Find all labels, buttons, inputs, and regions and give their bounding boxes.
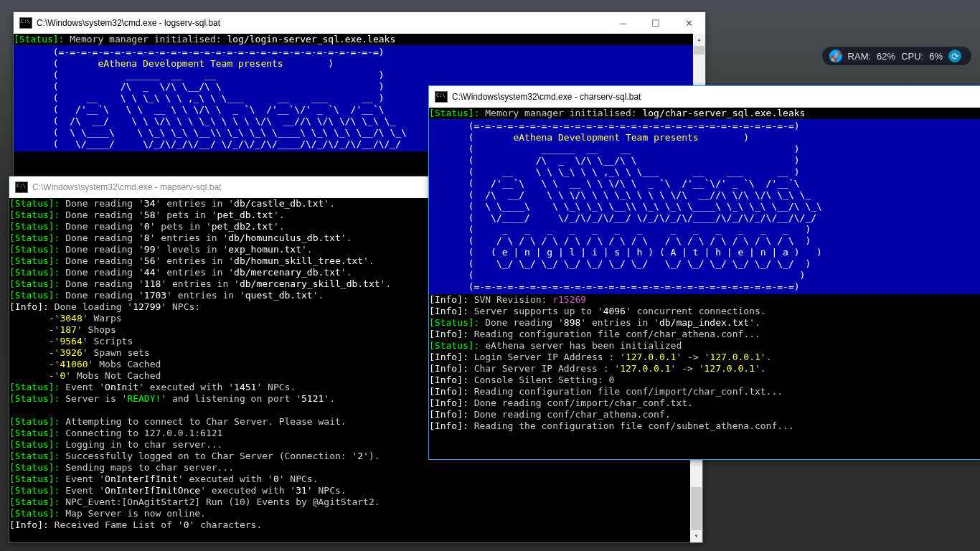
titlebar-logserv[interactable]: C:\Windows\system32\cmd.exe - logserv-sq… xyxy=(14,12,705,34)
title-text: C:\Windows\system32\cmd.exe - logserv-sq… xyxy=(37,18,220,28)
scroll-thumb[interactable] xyxy=(694,46,705,55)
cmd-icon xyxy=(15,182,28,193)
cpu-value: 6% xyxy=(929,51,943,62)
close-button[interactable]: ✕ xyxy=(672,12,705,34)
ram-label: RAM: xyxy=(848,51,872,62)
titlebar-charserv[interactable]: C:\Windows\system32\cmd.exe - charserv-s… xyxy=(429,86,980,108)
scroll-down-icon[interactable]: ▾ xyxy=(690,530,702,542)
scroll-thumb[interactable] xyxy=(691,487,702,530)
minimize-button[interactable]: ─ xyxy=(606,12,639,34)
title-text: C:\Windows\system32\cmd.exe - charserv-s… xyxy=(452,92,641,102)
ram-value: 62% xyxy=(877,51,895,62)
refresh-icon: ⟳ xyxy=(948,50,961,62)
ascii-banner: (=-=-=-=-=-=-=-=-=-=-=-=-=-=-=-=-=-=-=-=… xyxy=(429,119,980,294)
window-charserv[interactable]: C:\Windows\system32\cmd.exe - charserv-s… xyxy=(428,85,980,460)
scroll-up-icon[interactable]: ▴ xyxy=(693,34,705,46)
maximize-button[interactable]: ☐ xyxy=(639,12,672,34)
status-tag: [Status]: xyxy=(429,108,479,118)
status-tag: [Status]: xyxy=(14,34,64,44)
console-charserv[interactable]: [Status]: Memory manager initialised: lo… xyxy=(429,108,980,459)
console-output: [Info]: SVN Revision: r15269 [Info]: Ser… xyxy=(429,294,980,432)
rocket-icon: 🚀 xyxy=(829,50,842,62)
system-hud: 🚀 RAM: 62% CPU: 6% ⟳ xyxy=(822,47,971,65)
cpu-label: CPU: xyxy=(901,51,923,62)
cmd-icon xyxy=(19,17,32,29)
title-text: C:\Windows\system32\cmd.exe - mapserv-sq… xyxy=(32,182,221,192)
cmd-icon xyxy=(435,91,448,103)
